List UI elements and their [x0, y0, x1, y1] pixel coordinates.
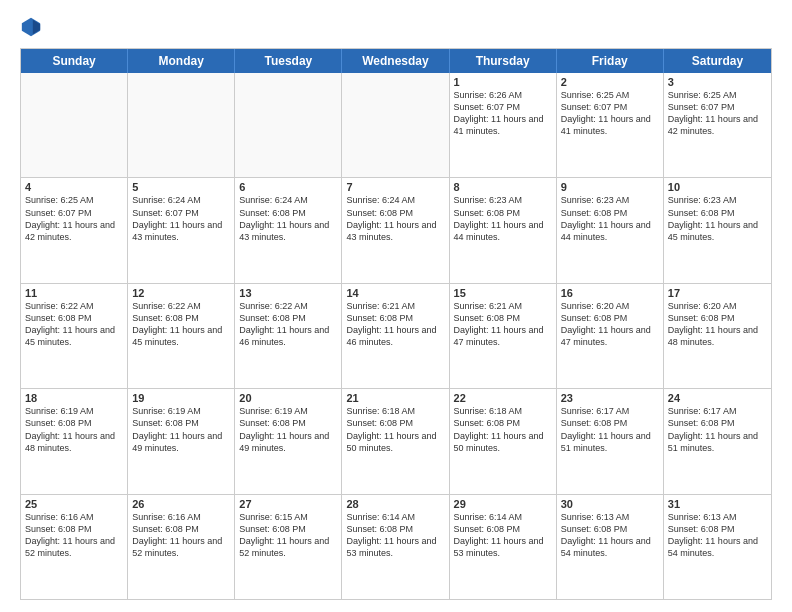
day-cell [21, 73, 128, 177]
day-info: Sunrise: 6:25 AMSunset: 6:07 PMDaylight:… [668, 89, 767, 138]
day-info: Sunrise: 6:21 AMSunset: 6:08 PMDaylight:… [454, 300, 552, 349]
day-number: 29 [454, 498, 552, 510]
day-cell: 3Sunrise: 6:25 AMSunset: 6:07 PMDaylight… [664, 73, 771, 177]
day-number: 18 [25, 392, 123, 404]
day-info: Sunrise: 6:19 AMSunset: 6:08 PMDaylight:… [239, 405, 337, 454]
day-number: 3 [668, 76, 767, 88]
day-number: 6 [239, 181, 337, 193]
day-info: Sunrise: 6:17 AMSunset: 6:08 PMDaylight:… [668, 405, 767, 454]
day-cell: 20Sunrise: 6:19 AMSunset: 6:08 PMDayligh… [235, 389, 342, 493]
day-header-monday: Monday [128, 49, 235, 73]
day-number: 1 [454, 76, 552, 88]
day-header-friday: Friday [557, 49, 664, 73]
day-number: 8 [454, 181, 552, 193]
day-number: 5 [132, 181, 230, 193]
day-cell: 13Sunrise: 6:22 AMSunset: 6:08 PMDayligh… [235, 284, 342, 388]
day-cell [342, 73, 449, 177]
day-cell: 25Sunrise: 6:16 AMSunset: 6:08 PMDayligh… [21, 495, 128, 599]
day-number: 28 [346, 498, 444, 510]
day-info: Sunrise: 6:25 AMSunset: 6:07 PMDaylight:… [561, 89, 659, 138]
day-info: Sunrise: 6:24 AMSunset: 6:07 PMDaylight:… [132, 194, 230, 243]
day-header-thursday: Thursday [450, 49, 557, 73]
day-info: Sunrise: 6:17 AMSunset: 6:08 PMDaylight:… [561, 405, 659, 454]
day-cell: 1Sunrise: 6:26 AMSunset: 6:07 PMDaylight… [450, 73, 557, 177]
week-row-2: 4Sunrise: 6:25 AMSunset: 6:07 PMDaylight… [21, 177, 771, 282]
day-number: 19 [132, 392, 230, 404]
day-cell: 4Sunrise: 6:25 AMSunset: 6:07 PMDaylight… [21, 178, 128, 282]
day-info: Sunrise: 6:21 AMSunset: 6:08 PMDaylight:… [346, 300, 444, 349]
day-info: Sunrise: 6:16 AMSunset: 6:08 PMDaylight:… [25, 511, 123, 560]
day-cell: 7Sunrise: 6:24 AMSunset: 6:08 PMDaylight… [342, 178, 449, 282]
day-number: 15 [454, 287, 552, 299]
day-cell: 9Sunrise: 6:23 AMSunset: 6:08 PMDaylight… [557, 178, 664, 282]
day-cell: 15Sunrise: 6:21 AMSunset: 6:08 PMDayligh… [450, 284, 557, 388]
day-header-saturday: Saturday [664, 49, 771, 73]
day-cell: 18Sunrise: 6:19 AMSunset: 6:08 PMDayligh… [21, 389, 128, 493]
day-info: Sunrise: 6:15 AMSunset: 6:08 PMDaylight:… [239, 511, 337, 560]
day-number: 30 [561, 498, 659, 510]
day-cell: 12Sunrise: 6:22 AMSunset: 6:08 PMDayligh… [128, 284, 235, 388]
day-info: Sunrise: 6:24 AMSunset: 6:08 PMDaylight:… [346, 194, 444, 243]
day-info: Sunrise: 6:22 AMSunset: 6:08 PMDaylight:… [239, 300, 337, 349]
day-cell: 21Sunrise: 6:18 AMSunset: 6:08 PMDayligh… [342, 389, 449, 493]
day-info: Sunrise: 6:22 AMSunset: 6:08 PMDaylight:… [25, 300, 123, 349]
day-header-sunday: Sunday [21, 49, 128, 73]
calendar: SundayMondayTuesdayWednesdayThursdayFrid… [20, 48, 772, 600]
day-info: Sunrise: 6:13 AMSunset: 6:08 PMDaylight:… [561, 511, 659, 560]
day-cell: 24Sunrise: 6:17 AMSunset: 6:08 PMDayligh… [664, 389, 771, 493]
day-cell: 11Sunrise: 6:22 AMSunset: 6:08 PMDayligh… [21, 284, 128, 388]
day-number: 2 [561, 76, 659, 88]
day-number: 9 [561, 181, 659, 193]
day-info: Sunrise: 6:23 AMSunset: 6:08 PMDaylight:… [454, 194, 552, 243]
day-number: 31 [668, 498, 767, 510]
day-cell [235, 73, 342, 177]
weeks-container: 1Sunrise: 6:26 AMSunset: 6:07 PMDaylight… [21, 73, 771, 599]
day-number: 27 [239, 498, 337, 510]
day-info: Sunrise: 6:18 AMSunset: 6:08 PMDaylight:… [346, 405, 444, 454]
week-row-4: 18Sunrise: 6:19 AMSunset: 6:08 PMDayligh… [21, 388, 771, 493]
day-cell: 10Sunrise: 6:23 AMSunset: 6:08 PMDayligh… [664, 178, 771, 282]
header [20, 16, 772, 38]
day-info: Sunrise: 6:14 AMSunset: 6:08 PMDaylight:… [454, 511, 552, 560]
day-cell: 26Sunrise: 6:16 AMSunset: 6:08 PMDayligh… [128, 495, 235, 599]
day-info: Sunrise: 6:26 AMSunset: 6:07 PMDaylight:… [454, 89, 552, 138]
day-info: Sunrise: 6:18 AMSunset: 6:08 PMDaylight:… [454, 405, 552, 454]
day-cell: 22Sunrise: 6:18 AMSunset: 6:08 PMDayligh… [450, 389, 557, 493]
day-cell: 8Sunrise: 6:23 AMSunset: 6:08 PMDaylight… [450, 178, 557, 282]
day-info: Sunrise: 6:25 AMSunset: 6:07 PMDaylight:… [25, 194, 123, 243]
day-cell: 19Sunrise: 6:19 AMSunset: 6:08 PMDayligh… [128, 389, 235, 493]
day-number: 24 [668, 392, 767, 404]
day-number: 16 [561, 287, 659, 299]
week-row-3: 11Sunrise: 6:22 AMSunset: 6:08 PMDayligh… [21, 283, 771, 388]
day-number: 17 [668, 287, 767, 299]
day-number: 7 [346, 181, 444, 193]
day-number: 25 [25, 498, 123, 510]
day-info: Sunrise: 6:13 AMSunset: 6:08 PMDaylight:… [668, 511, 767, 560]
day-number: 21 [346, 392, 444, 404]
day-cell: 23Sunrise: 6:17 AMSunset: 6:08 PMDayligh… [557, 389, 664, 493]
day-number: 22 [454, 392, 552, 404]
day-cell: 16Sunrise: 6:20 AMSunset: 6:08 PMDayligh… [557, 284, 664, 388]
day-info: Sunrise: 6:23 AMSunset: 6:08 PMDaylight:… [561, 194, 659, 243]
day-number: 26 [132, 498, 230, 510]
day-number: 11 [25, 287, 123, 299]
day-info: Sunrise: 6:24 AMSunset: 6:08 PMDaylight:… [239, 194, 337, 243]
page: SundayMondayTuesdayWednesdayThursdayFrid… [0, 0, 792, 612]
day-cell: 30Sunrise: 6:13 AMSunset: 6:08 PMDayligh… [557, 495, 664, 599]
day-number: 23 [561, 392, 659, 404]
day-number: 10 [668, 181, 767, 193]
day-cell [128, 73, 235, 177]
day-number: 20 [239, 392, 337, 404]
day-header-wednesday: Wednesday [342, 49, 449, 73]
day-number: 12 [132, 287, 230, 299]
day-cell: 29Sunrise: 6:14 AMSunset: 6:08 PMDayligh… [450, 495, 557, 599]
day-info: Sunrise: 6:22 AMSunset: 6:08 PMDaylight:… [132, 300, 230, 349]
day-number: 13 [239, 287, 337, 299]
day-info: Sunrise: 6:19 AMSunset: 6:08 PMDaylight:… [25, 405, 123, 454]
day-cell: 28Sunrise: 6:14 AMSunset: 6:08 PMDayligh… [342, 495, 449, 599]
day-cell: 14Sunrise: 6:21 AMSunset: 6:08 PMDayligh… [342, 284, 449, 388]
day-number: 14 [346, 287, 444, 299]
day-cell: 31Sunrise: 6:13 AMSunset: 6:08 PMDayligh… [664, 495, 771, 599]
day-info: Sunrise: 6:16 AMSunset: 6:08 PMDaylight:… [132, 511, 230, 560]
day-cell: 17Sunrise: 6:20 AMSunset: 6:08 PMDayligh… [664, 284, 771, 388]
